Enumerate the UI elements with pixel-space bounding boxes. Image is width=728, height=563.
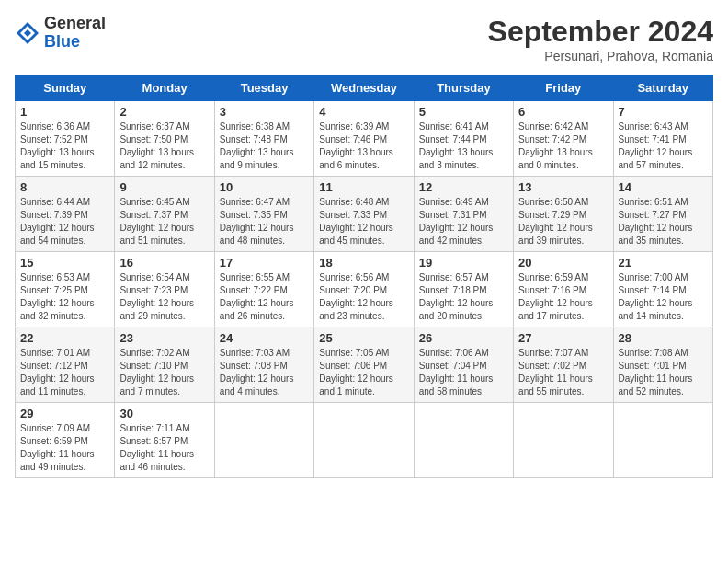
day-number: 19 [419, 256, 508, 270]
month-title: September 2024 [488, 15, 713, 49]
day-number: 15 [20, 256, 109, 270]
col-wednesday: Wednesday [314, 75, 414, 101]
day-number: 26 [419, 331, 508, 345]
day-info: Sunrise: 6:38 AMSunset: 7:48 PMDaylight:… [220, 121, 309, 172]
day-number: 10 [220, 180, 309, 194]
day-info: Sunrise: 7:03 AMSunset: 7:08 PMDaylight:… [220, 347, 309, 398]
table-row: 14 Sunrise: 6:51 AMSunset: 7:27 PMDaylig… [613, 177, 712, 252]
table-row: 12 Sunrise: 6:49 AMSunset: 7:31 PMDaylig… [414, 177, 513, 252]
day-number: 14 [619, 180, 708, 194]
day-info: Sunrise: 6:55 AMSunset: 7:22 PMDaylight:… [220, 271, 309, 323]
day-info: Sunrise: 6:45 AMSunset: 7:37 PMDaylight:… [119, 196, 209, 247]
table-row: 2 Sunrise: 6:37 AMSunset: 7:50 PMDayligh… [115, 101, 214, 177]
table-row [514, 403, 613, 478]
day-number: 4 [319, 105, 408, 119]
table-row: 17 Sunrise: 6:55 AMSunset: 7:22 PMDaylig… [214, 252, 313, 327]
day-info: Sunrise: 6:57 AMSunset: 7:18 PMDaylight:… [419, 271, 508, 323]
table-row: 18 Sunrise: 6:56 AMSunset: 7:20 PMDaylig… [314, 252, 414, 327]
day-number: 12 [419, 180, 508, 194]
table-row: 29 Sunrise: 7:09 AMSunset: 6:59 PMDaylig… [16, 403, 115, 478]
day-number: 23 [119, 331, 209, 345]
day-number: 30 [119, 407, 209, 420]
calendar-body: 1 Sunrise: 6:36 AMSunset: 7:52 PMDayligh… [16, 101, 713, 478]
day-info: Sunrise: 6:59 AMSunset: 7:16 PMDaylight:… [518, 271, 608, 323]
table-row: 16 Sunrise: 6:54 AMSunset: 7:23 PMDaylig… [115, 252, 214, 327]
logo-text: General Blue [44, 15, 106, 52]
day-info: Sunrise: 6:37 AMSunset: 7:50 PMDaylight:… [119, 121, 209, 172]
day-number: 9 [119, 180, 209, 194]
col-monday: Monday [115, 75, 214, 101]
table-row: 13 Sunrise: 6:50 AMSunset: 7:29 PMDaylig… [514, 177, 613, 252]
day-info: Sunrise: 7:01 AMSunset: 7:12 PMDaylight:… [20, 347, 109, 398]
day-info: Sunrise: 6:39 AMSunset: 7:46 PMDaylight:… [319, 121, 408, 172]
day-number: 1 [20, 105, 109, 119]
table-row: 3 Sunrise: 6:38 AMSunset: 7:48 PMDayligh… [214, 101, 313, 177]
table-row: 21 Sunrise: 7:00 AMSunset: 7:14 PMDaylig… [613, 252, 712, 327]
day-number: 6 [518, 105, 608, 119]
location: Persunari, Prahova, Romania [488, 49, 713, 63]
day-number: 11 [319, 180, 408, 194]
day-info: Sunrise: 7:05 AMSunset: 7:06 PMDaylight:… [319, 347, 408, 398]
table-row: 20 Sunrise: 6:59 AMSunset: 7:16 PMDaylig… [514, 252, 613, 327]
calendar-row: 1 Sunrise: 6:36 AMSunset: 7:52 PMDayligh… [16, 101, 713, 177]
table-row: 27 Sunrise: 7:07 AMSunset: 7:02 PMDaylig… [514, 327, 613, 403]
calendar: Sunday Monday Tuesday Wednesday Thursday… [15, 75, 713, 478]
page-header: General Blue September 2024 Persunari, P… [15, 15, 713, 63]
header-row: Sunday Monday Tuesday Wednesday Thursday… [16, 75, 713, 101]
day-number: 20 [518, 256, 608, 270]
day-info: Sunrise: 6:49 AMSunset: 7:31 PMDaylight:… [419, 196, 508, 247]
day-info: Sunrise: 7:07 AMSunset: 7:02 PMDaylight:… [518, 347, 608, 398]
table-row: 24 Sunrise: 7:03 AMSunset: 7:08 PMDaylig… [214, 327, 313, 403]
table-row: 26 Sunrise: 7:06 AMSunset: 7:04 PMDaylig… [414, 327, 513, 403]
day-number: 25 [319, 331, 408, 345]
day-info: Sunrise: 7:08 AMSunset: 7:01 PMDaylight:… [619, 347, 708, 398]
calendar-row: 15 Sunrise: 6:53 AMSunset: 7:25 PMDaylig… [16, 252, 713, 327]
day-number: 18 [319, 256, 408, 270]
calendar-row: 22 Sunrise: 7:01 AMSunset: 7:12 PMDaylig… [16, 327, 713, 403]
day-info: Sunrise: 7:06 AMSunset: 7:04 PMDaylight:… [419, 347, 508, 398]
col-saturday: Saturday [613, 75, 712, 101]
table-row: 28 Sunrise: 7:08 AMSunset: 7:01 PMDaylig… [613, 327, 712, 403]
day-number: 29 [20, 407, 109, 420]
table-row [314, 403, 414, 478]
day-number: 5 [419, 105, 508, 119]
table-row: 9 Sunrise: 6:45 AMSunset: 7:37 PMDayligh… [115, 177, 214, 252]
day-info: Sunrise: 6:54 AMSunset: 7:23 PMDaylight:… [119, 271, 209, 323]
day-info: Sunrise: 6:51 AMSunset: 7:27 PMDaylight:… [619, 196, 708, 247]
table-row: 10 Sunrise: 6:47 AMSunset: 7:35 PMDaylig… [214, 177, 313, 252]
calendar-header: Sunday Monday Tuesday Wednesday Thursday… [16, 75, 713, 101]
day-info: Sunrise: 6:44 AMSunset: 7:39 PMDaylight:… [20, 196, 109, 247]
day-info: Sunrise: 6:43 AMSunset: 7:41 PMDaylight:… [619, 121, 708, 172]
day-info: Sunrise: 7:02 AMSunset: 7:10 PMDaylight:… [119, 347, 209, 398]
logo-general: General [44, 15, 106, 33]
day-number: 24 [220, 331, 309, 345]
table-row: 19 Sunrise: 6:57 AMSunset: 7:18 PMDaylig… [414, 252, 513, 327]
day-info: Sunrise: 7:11 AMSunset: 6:57 PMDaylight:… [119, 422, 209, 474]
table-row: 25 Sunrise: 7:05 AMSunset: 7:06 PMDaylig… [314, 327, 414, 403]
day-info: Sunrise: 6:48 AMSunset: 7:33 PMDaylight:… [319, 196, 408, 247]
col-thursday: Thursday [414, 75, 513, 101]
day-number: 17 [220, 256, 309, 270]
title-block: September 2024 Persunari, Prahova, Roman… [488, 15, 713, 63]
day-info: Sunrise: 6:42 AMSunset: 7:42 PMDaylight:… [518, 121, 608, 172]
day-info: Sunrise: 6:41 AMSunset: 7:44 PMDaylight:… [419, 121, 508, 172]
col-tuesday: Tuesday [214, 75, 313, 101]
day-info: Sunrise: 6:53 AMSunset: 7:25 PMDaylight:… [20, 271, 109, 323]
logo-icon [15, 20, 40, 46]
table-row [414, 403, 513, 478]
table-row: 5 Sunrise: 6:41 AMSunset: 7:44 PMDayligh… [414, 101, 513, 177]
calendar-row: 8 Sunrise: 6:44 AMSunset: 7:39 PMDayligh… [16, 177, 713, 252]
day-info: Sunrise: 7:09 AMSunset: 6:59 PMDaylight:… [20, 422, 109, 474]
day-info: Sunrise: 6:56 AMSunset: 7:20 PMDaylight:… [319, 271, 408, 323]
day-number: 21 [619, 256, 708, 270]
table-row: 22 Sunrise: 7:01 AMSunset: 7:12 PMDaylig… [16, 327, 115, 403]
day-info: Sunrise: 7:00 AMSunset: 7:14 PMDaylight:… [619, 271, 708, 323]
day-number: 3 [220, 105, 309, 119]
day-number: 2 [119, 105, 209, 119]
day-number: 27 [518, 331, 608, 345]
table-row: 15 Sunrise: 6:53 AMSunset: 7:25 PMDaylig… [16, 252, 115, 327]
col-friday: Friday [514, 75, 613, 101]
logo-blue: Blue [44, 33, 106, 52]
table-row: 30 Sunrise: 7:11 AMSunset: 6:57 PMDaylig… [115, 403, 214, 478]
day-number: 7 [619, 105, 708, 119]
